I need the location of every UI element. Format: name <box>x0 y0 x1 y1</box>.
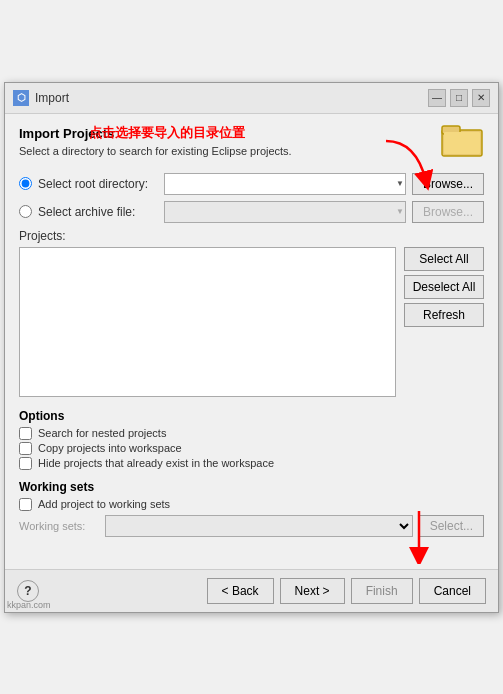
archive-file-row: Select archive file: ▼ Browse... <box>19 201 484 223</box>
section-title: Import Projects <box>19 126 292 141</box>
hide-existing-label: Hide projects that already exist in the … <box>38 457 274 469</box>
select-all-button[interactable]: Select All <box>404 247 484 271</box>
hide-existing-checkbox[interactable] <box>19 457 32 470</box>
projects-label: Projects: <box>19 229 484 243</box>
folder-icon <box>440 122 484 161</box>
section-desc: Select a directory to search for existin… <box>19 145 292 157</box>
add-working-sets-checkbox[interactable] <box>19 498 32 511</box>
options-section: Options Search for nested projects Copy … <box>19 409 484 470</box>
root-directory-label: Select root directory: <box>38 177 158 191</box>
archive-file-input <box>164 201 406 223</box>
refresh-button[interactable]: Refresh <box>404 303 484 327</box>
window-title: Import <box>35 91 69 105</box>
root-directory-input[interactable] <box>164 173 406 195</box>
add-to-working-sets-row: Add project to working sets <box>19 498 484 511</box>
projects-area: Select All Deselect All Refresh <box>19 247 484 397</box>
working-sets-combo[interactable] <box>105 515 413 537</box>
deselect-all-button[interactable]: Deselect All <box>404 275 484 299</box>
watermark: kkpan.com <box>7 600 51 610</box>
close-button[interactable]: ✕ <box>472 89 490 107</box>
working-sets-field-label: Working sets: <box>19 520 99 532</box>
search-nested-label: Search for nested projects <box>38 427 166 439</box>
window-icon: ⬡ <box>13 90 29 106</box>
working-sets-row: Working sets: Select... <box>19 515 484 537</box>
options-title: Options <box>19 409 484 423</box>
dialog-content: Import Projects Select a directory to se… <box>5 114 498 569</box>
projects-buttons: Select All Deselect All Refresh <box>404 247 484 397</box>
copy-projects-label: Copy projects into workspace <box>38 442 182 454</box>
add-working-sets-label: Add project to working sets <box>38 498 170 510</box>
working-sets-select-button[interactable]: Select... <box>419 515 484 537</box>
search-nested-checkbox[interactable] <box>19 427 32 440</box>
title-bar: ⬡ Import — □ ✕ <box>5 83 498 114</box>
working-sets-title: Working sets <box>19 480 484 494</box>
maximize-button[interactable]: □ <box>450 89 468 107</box>
archive-browse-button: Browse... <box>412 201 484 223</box>
root-browse-button[interactable]: Browse... <box>412 173 484 195</box>
bottom-bar: ? < Back Next > Finish Cancel <box>5 569 498 612</box>
help-button[interactable]: ? <box>17 580 39 602</box>
copy-projects-checkbox[interactable] <box>19 442 32 455</box>
hide-existing-row: Hide projects that already exist in the … <box>19 457 484 470</box>
copy-projects-row: Copy projects into workspace <box>19 442 484 455</box>
search-nested-row: Search for nested projects <box>19 427 484 440</box>
back-button[interactable]: < Back <box>207 578 274 604</box>
root-directory-radio[interactable] <box>19 177 32 190</box>
import-dialog: ⬡ Import — □ ✕ Import Projects Select a … <box>4 82 499 613</box>
bottom-arrow-area <box>19 547 484 557</box>
archive-file-radio[interactable] <box>19 205 32 218</box>
root-directory-row: Select root directory: ▼ Browse... <box>19 173 484 195</box>
projects-list[interactable] <box>19 247 396 397</box>
next-button[interactable]: Next > <box>280 578 345 604</box>
cancel-button[interactable]: Cancel <box>419 578 486 604</box>
finish-button[interactable]: Finish <box>351 578 413 604</box>
minimize-button[interactable]: — <box>428 89 446 107</box>
archive-file-label: Select archive file: <box>38 205 158 219</box>
working-sets-section: Working sets Add project to working sets… <box>19 480 484 537</box>
svg-rect-2 <box>444 132 480 154</box>
